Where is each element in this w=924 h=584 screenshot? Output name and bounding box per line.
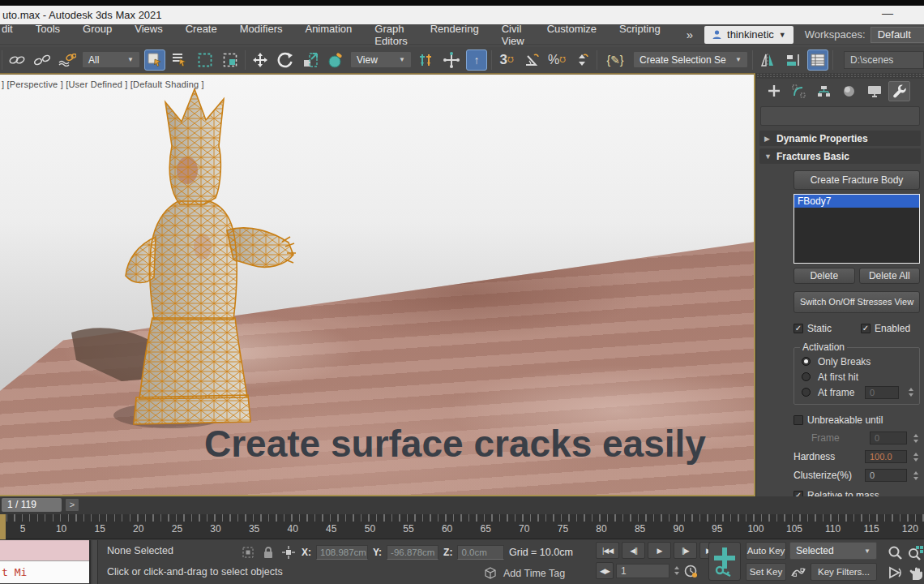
add-time-tag[interactable]: Add Time Tag <box>485 567 565 579</box>
unlink-selection-icon[interactable] <box>32 49 53 71</box>
spinner-buttons[interactable] <box>913 432 920 444</box>
set-keys-button[interactable] <box>708 542 741 581</box>
listener-script-row[interactable]: t Mi <box>0 561 89 583</box>
current-frame-field[interactable]: 1 <box>616 564 669 578</box>
select-by-name-icon[interactable] <box>169 49 190 71</box>
snap-toggle-icon[interactable]: 3ᘮ <box>496 49 517 71</box>
rollout-fractures-basic[interactable]: ▼ Fractures Basic <box>759 148 921 164</box>
switch-stresses-view-button[interactable]: Switch On/Off Stresses View <box>794 291 920 313</box>
tab-display[interactable] <box>863 81 885 101</box>
menu-item-customize[interactable]: Customize <box>536 23 608 47</box>
menu-item-group[interactable]: Group <box>71 23 123 47</box>
time-configuration-icon[interactable] <box>683 564 698 578</box>
zoom-extents-icon[interactable] <box>906 543 924 562</box>
at-frame-field[interactable]: 0 <box>865 386 899 399</box>
tab-utilities[interactable] <box>888 81 910 101</box>
menu-item-graph-editors[interactable]: Graph Editors <box>363 23 418 47</box>
activation-option[interactable]: At frame0 <box>798 384 915 400</box>
time-slider-handle[interactable]: 1 / 119 <box>2 498 62 512</box>
percent-snap-icon[interactable]: %ᘮ <box>546 49 567 71</box>
fracture-body-item[interactable]: FBody7 <box>794 195 919 208</box>
fracture-body-list[interactable]: FBody7 <box>794 194 920 264</box>
current-frame-marker[interactable] <box>0 514 6 539</box>
play-button[interactable]: ▶ <box>648 542 671 559</box>
next-frame-button[interactable]: > <box>65 498 79 512</box>
clusterize-field[interactable]: 0 <box>865 469 907 482</box>
project-folder-field[interactable]: D:\scenes <box>844 51 924 69</box>
previous-frame-button[interactable]: ◀|| <box>622 542 645 559</box>
menu-item-animation[interactable]: Animation <box>293 23 363 47</box>
menu-item-dit[interactable]: dit <box>0 23 24 47</box>
rollout-dynamic-properties[interactable]: ▶ Dynamic Properties <box>759 131 921 146</box>
signin-user-menu[interactable]: thinkinetic ▼ <box>704 26 794 44</box>
angle-snap-icon[interactable] <box>521 49 542 71</box>
select-and-move-icon[interactable] <box>250 49 271 71</box>
menu-item-tools[interactable]: Tools <box>24 23 71 47</box>
next-frame-button[interactable]: ||▶ <box>674 542 697 559</box>
selection-filter-dropdown[interactable]: All▼ <box>82 51 140 68</box>
select-and-link-icon[interactable] <box>6 49 28 71</box>
z-coordinate-field[interactable]: 0.0cm <box>457 545 504 560</box>
tab-hierarchy[interactable] <box>813 81 835 101</box>
panel-grip[interactable] <box>756 73 924 79</box>
menu-overflow-icon[interactable]: » <box>687 28 693 41</box>
selection-lock-icon[interactable] <box>263 546 274 559</box>
spinner-buttons[interactable] <box>913 470 920 482</box>
set-key-button[interactable]: Set Key <box>746 563 786 581</box>
absolute-offset-mode-icon[interactable] <box>282 546 295 559</box>
delete-all-button[interactable]: Delete All <box>859 268 921 284</box>
reference-coordinate-dropdown[interactable]: View▼ <box>350 51 412 68</box>
create-fracture-body-button[interactable]: Create Fracture Body <box>794 170 920 190</box>
activation-option[interactable]: Only Breaks <box>798 354 915 369</box>
menu-item-modifiers[interactable]: Modifiers <box>229 23 294 47</box>
y-coordinate-field[interactable]: -96.878cm <box>387 545 438 560</box>
spinner-snap-icon[interactable] <box>571 49 592 71</box>
menu-item-views[interactable]: Views <box>123 23 173 47</box>
rectangular-selection-region-icon[interactable] <box>195 49 216 71</box>
keyboard-override-toggle-button[interactable]: ↑ <box>466 49 487 71</box>
spinner-buttons[interactable] <box>913 451 920 463</box>
track-bar[interactable]: 5101520253035404550556065707580859095100… <box>0 514 924 539</box>
select-and-scale-icon[interactable] <box>300 49 321 71</box>
static-checkbox[interactable]: ✓ <box>794 324 803 333</box>
named-selection-set-dropdown[interactable]: Create Selection Se▼ <box>633 51 748 68</box>
activation-option[interactable]: At first hit <box>798 369 915 384</box>
orbit-icon[interactable] <box>885 563 905 582</box>
enabled-checkbox[interactable]: ✓ <box>861 324 871 333</box>
relative-mass-checkbox[interactable]: ✓ <box>794 491 803 496</box>
isolate-selection-icon[interactable] <box>242 546 255 559</box>
pan-hand-icon[interactable] <box>906 563 924 582</box>
scene-explorer-toggle-button[interactable] <box>807 49 828 71</box>
spinner-buttons[interactable] <box>908 386 915 398</box>
bind-to-spacewarp-icon[interactable] <box>57 49 78 71</box>
menu-item-create[interactable]: Create <box>174 23 229 47</box>
listener-splitter[interactable] <box>92 540 98 584</box>
perspective-viewport[interactable]: ] [Perspective ] [User Defined ] [Defaul… <box>0 73 755 496</box>
time-slider-track[interactable]: 1 / 119 > <box>0 496 924 514</box>
delete-button[interactable]: Delete <box>794 268 855 284</box>
select-object-button[interactable] <box>144 49 165 71</box>
listener-macro-row[interactable] <box>0 540 89 561</box>
window-crossing-icon[interactable] <box>220 49 241 71</box>
tab-motion[interactable] <box>838 81 860 101</box>
select-and-rotate-icon[interactable] <box>275 49 296 71</box>
tab-create[interactable] <box>763 81 785 101</box>
viewport-label[interactable]: ] [Perspective ] [User Defined ] [Defaul… <box>2 79 204 89</box>
menu-item-scripting[interactable]: Scripting <box>608 23 672 47</box>
x-coordinate-field[interactable]: 108.987cm <box>316 545 368 560</box>
hardness-field[interactable]: 100.0 <box>865 450 907 463</box>
selection-set-keys-dropdown[interactable]: Selected▼ <box>789 542 877 560</box>
frame-field[interactable]: 0 <box>870 432 907 444</box>
workspace-dropdown[interactable]: Default <box>871 27 924 43</box>
minimize-button[interactable]: — <box>882 6 893 19</box>
key-filters-button[interactable]: Key Filters... <box>811 563 877 581</box>
key-mode-toggle[interactable]: ◀▶ <box>596 562 614 579</box>
auto-key-button[interactable]: Auto Key <box>746 542 786 560</box>
menu-item-civil-view[interactable]: Civil View <box>490 23 536 47</box>
spinner-buttons[interactable] <box>674 565 681 577</box>
select-and-manipulate-icon[interactable] <box>441 49 462 71</box>
menu-item-rendering[interactable]: Rendering <box>419 23 490 47</box>
mirror-icon[interactable] <box>757 49 778 71</box>
use-pivot-center-icon[interactable] <box>416 49 437 71</box>
unbreakable-checkbox[interactable]: ✓ <box>794 415 803 425</box>
